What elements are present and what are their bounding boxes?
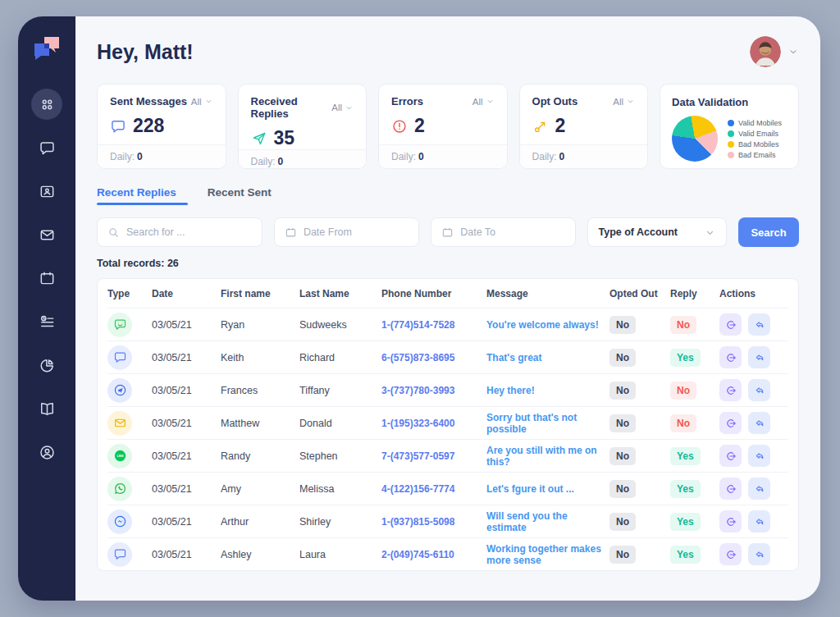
message-link[interactable]: You're welcome always! [486, 319, 609, 331]
sidebar-item-contacts[interactable] [31, 176, 62, 207]
opt-out-button[interactable] [719, 445, 742, 467]
avatar [750, 36, 781, 67]
sms-channel-icon [107, 542, 132, 567]
legend-dot [728, 152, 734, 158]
search-input[interactable]: Search for ... [97, 217, 262, 247]
phone-link[interactable]: 7-(473)577-0597 [381, 450, 486, 462]
stat-title: Sent Messages [110, 95, 187, 107]
table-row: 03/05/21 Ashley Laura 2-(049)745-6110 Wo… [107, 537, 788, 570]
reply-button[interactable] [748, 412, 770, 434]
chevron-down-icon [626, 97, 635, 106]
reply-arrow-icon [753, 450, 766, 463]
date-to-input[interactable]: Date To [431, 217, 576, 247]
row-date: 03/05/21 [152, 483, 221, 495]
sidebar-item-tasks[interactable] [31, 306, 62, 337]
logout-icon [724, 318, 737, 331]
legend-dot [728, 120, 734, 126]
account-type-select[interactable]: Type of Account [587, 217, 727, 247]
sidebar [18, 16, 75, 601]
phone-link[interactable]: 2-(049)745-6110 [381, 549, 486, 560]
book-icon [39, 400, 56, 418]
stat-card-opt-outs: Opt Outs All 2 Daily:0 [519, 84, 649, 169]
message-link[interactable]: Working together makes more sense [486, 543, 609, 566]
reply-arrow-icon [753, 384, 766, 397]
person-circle-icon [39, 444, 56, 461]
phone-link[interactable]: 3-(737)780-3993 [381, 385, 486, 396]
message-link[interactable]: Will send you the estimate [486, 510, 609, 533]
sidebar-item-calendar[interactable] [31, 263, 62, 294]
table-row: 03/05/21 Ryan Sudweeks 1-(774)514-7528 Y… [107, 308, 788, 340]
stat-daily: Daily:0 [239, 149, 367, 169]
sidebar-item-library[interactable] [31, 393, 62, 424]
filter-bar: Search for ... Date From Date To Type of… [97, 217, 799, 247]
stat-filter-dropdown[interactable]: All [613, 97, 635, 107]
logout-icon [724, 384, 737, 397]
row-first-name: Ashley [221, 549, 299, 560]
message-link[interactable]: Hey there! [486, 385, 609, 396]
alert-icon [391, 118, 408, 135]
opt-out-button[interactable] [719, 379, 742, 401]
reply-badge: No [670, 414, 696, 432]
phone-link[interactable]: 6-(575)873-8695 [381, 352, 486, 363]
reply-button[interactable] [748, 379, 770, 401]
calendar-icon [39, 270, 56, 287]
legend-label: Valid Mobiles [738, 119, 782, 127]
sidebar-item-account[interactable] [31, 436, 62, 468]
phone-link[interactable]: 1-(195)323-6400 [381, 418, 486, 429]
results-table: Type Date First name Last Name Phone Num… [97, 278, 799, 571]
stat-filter-dropdown[interactable]: All [331, 103, 354, 112]
chat-smiley-channel-icon [107, 313, 132, 337]
sidebar-item-reports[interactable] [31, 350, 62, 381]
reply-badge: Yes [670, 513, 701, 531]
message-link[interactable]: Sorry but that's not possible [486, 412, 609, 435]
tab-bar: Recent Replies Recent Sent [97, 186, 799, 205]
stat-title: Received Replies [251, 95, 332, 120]
reply-arrow-icon [753, 515, 766, 528]
reply-badge: No [670, 382, 696, 400]
opt-out-button[interactable] [719, 412, 742, 434]
search-button[interactable]: Search [738, 217, 799, 247]
date-from-input[interactable]: Date From [274, 217, 419, 247]
opted-out-badge: No [609, 447, 636, 465]
message-link[interactable]: Are you still with me on this? [486, 445, 609, 468]
opt-out-button[interactable] [719, 313, 742, 336]
phone-link[interactable]: 1-(774)514-7528 [381, 319, 486, 331]
reply-button[interactable] [748, 445, 770, 467]
reply-button[interactable] [748, 510, 770, 532]
stat-filter-dropdown[interactable]: All [472, 97, 495, 107]
phone-link[interactable]: 4-(122)156-7774 [381, 483, 486, 495]
opt-out-button[interactable] [719, 346, 742, 368]
opt-out-button[interactable] [719, 478, 742, 500]
chevron-down-icon [704, 226, 716, 239]
tab-recent-sent[interactable]: Recent Sent [208, 186, 272, 205]
opt-out-button[interactable] [719, 543, 742, 565]
phone-link[interactable]: 1-(937)815-5098 [381, 516, 486, 528]
reply-button[interactable] [748, 543, 770, 565]
stats-row: Sent Messages All 228 Daily:0 Received R… [97, 84, 799, 169]
reply-button[interactable] [748, 478, 770, 500]
legend-label: Valid Emails [738, 130, 778, 138]
whatsapp-channel-icon [107, 477, 132, 501]
message-link[interactable]: That's great [486, 352, 609, 363]
date-from-placeholder: Date From [304, 226, 352, 238]
sidebar-item-apps[interactable] [31, 89, 62, 120]
logout-icon [724, 351, 737, 364]
reply-button[interactable] [748, 313, 770, 336]
sidebar-item-chat[interactable] [31, 132, 62, 163]
sidebar-item-mail[interactable] [31, 219, 62, 250]
row-first-name: Frances [221, 385, 299, 396]
profile-menu[interactable] [750, 36, 799, 67]
reply-button[interactable] [748, 346, 770, 368]
page-title: Hey, Matt! [97, 40, 194, 64]
chevron-down-icon [204, 97, 213, 106]
validation-legend: Valid Mobiles Valid Emails Bad Mobiles B… [728, 119, 782, 159]
opt-out-button[interactable] [719, 510, 742, 532]
logout-icon [724, 548, 737, 561]
legend-label: Bad Mobiles [738, 140, 779, 149]
logout-icon [724, 482, 737, 496]
date-to-placeholder: Date To [460, 226, 495, 238]
tab-recent-replies[interactable]: Recent Replies [97, 186, 176, 205]
stat-filter-dropdown[interactable]: All [191, 97, 213, 107]
message-link[interactable]: Let's fgure it out ... [486, 483, 609, 495]
legend-dot [728, 141, 734, 148]
